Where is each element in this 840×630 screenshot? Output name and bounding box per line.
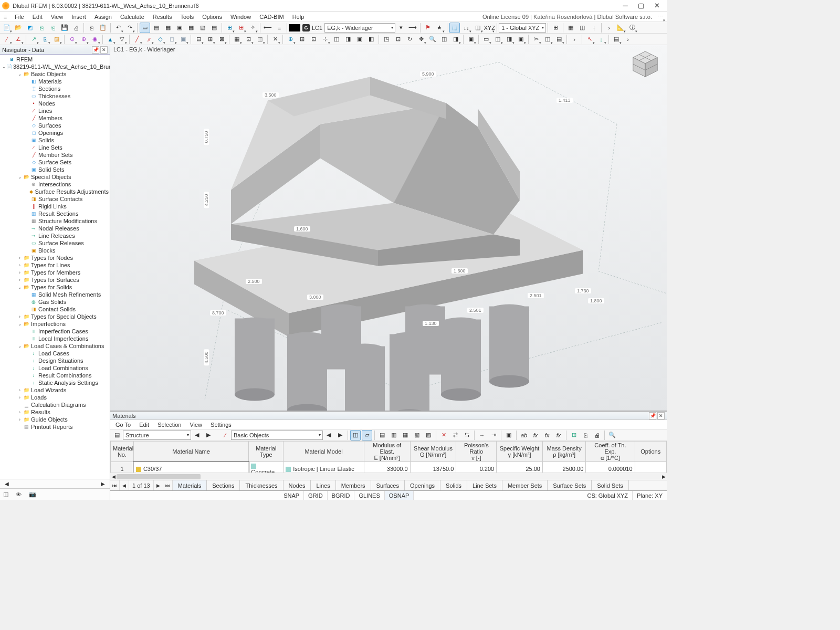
tb-more1[interactable]: › <box>604 23 614 33</box>
materials-pin-button[interactable]: 📌 <box>649 412 656 419</box>
mat-tool-fx1[interactable]: ab <box>519 430 529 440</box>
table-header[interactable]: Modulus of Elast.E [N/mm²] <box>364 442 410 462</box>
menu-results[interactable]: Results <box>149 13 176 21</box>
tree-item[interactable]: ▣Solids <box>0 136 110 144</box>
tb-info[interactable]: ⓘ <box>627 23 637 33</box>
status-grid[interactable]: GRID <box>304 491 328 500</box>
mat-tool-del[interactable]: ✕ <box>438 430 449 440</box>
tb2-report[interactable]: ▤ <box>611 34 622 45</box>
mat-next[interactable]: ▶ <box>203 430 214 440</box>
tree-item[interactable]: ⌄📄38219-611-WL_West_Achse_10_Brunnen.rf6 <box>0 63 110 70</box>
mat-tool-2[interactable]: ▥ <box>388 430 399 440</box>
tb2-member-set[interactable]: ⫽ <box>143 34 154 45</box>
bottom-tab[interactable]: Members <box>336 480 371 490</box>
nav-cube[interactable] <box>630 49 660 80</box>
tb-view-3[interactable]: ▧ <box>197 23 208 33</box>
license-dropdown[interactable]: ⋯ <box>655 12 665 22</box>
tb2-zoom[interactable]: 🔍 <box>427 34 438 45</box>
menu-tools[interactable]: Tools <box>176 13 198 21</box>
tree-item[interactable]: ⫴Imperfection Cases <box>0 328 110 335</box>
nav-footer-btn1[interactable]: ◫ <box>3 491 8 498</box>
mat-prev2[interactable]: ◀ <box>323 430 334 440</box>
tb-open[interactable]: 📂 <box>13 23 24 33</box>
bottom-tab[interactable]: Openings <box>405 480 440 490</box>
mat-tool-fx3[interactable]: fx <box>542 430 552 440</box>
tb2-show-cs[interactable]: ⊕ <box>285 34 296 45</box>
table-row[interactable]: 1C30/37ConcreteIsotropic | Linear Elasti… <box>111 462 667 473</box>
tree-item[interactable]: ╱Member Sets <box>0 151 110 159</box>
menu-view[interactable]: View <box>47 13 68 21</box>
tree-item[interactable]: ›📁Types for Nodes <box>0 254 110 261</box>
tb2-local-cs[interactable]: ↖ <box>584 34 595 45</box>
tb2-release[interactable]: ✕ <box>270 34 280 45</box>
mat-tool-fx2[interactable]: fx <box>530 430 541 440</box>
status-bgrid[interactable]: BGRID <box>328 491 355 500</box>
tb2-sel3[interactable]: ◨ <box>504 34 514 45</box>
table-header[interactable]: Shear ModulusG [N/mm²] <box>410 442 456 462</box>
close-button[interactable]: ✕ <box>649 0 665 12</box>
tree-item[interactable]: ▥Result Sections <box>0 210 110 217</box>
maximize-button[interactable]: ▢ <box>633 0 649 12</box>
tb-cs-combo[interactable]: 1 - Global XYZ <box>499 23 546 33</box>
navigator-close-button[interactable]: ✕ <box>100 46 108 54</box>
tree-item[interactable]: ↓Design Situations <box>0 357 110 364</box>
tree-item[interactable]: ↓Static Analysis Settings <box>0 379 110 386</box>
tb-result-flag[interactable]: ⚑ <box>423 23 433 33</box>
tree-item[interactable]: •Nodes <box>0 100 110 107</box>
mat-menu-edit[interactable]: Edit <box>135 421 153 428</box>
tree-item[interactable]: ◨Surface Contacts <box>0 195 110 203</box>
mat-tool-sel[interactable]: ◫ <box>350 430 361 440</box>
mat-menu-goto[interactable]: Go To <box>111 421 135 428</box>
menu-file[interactable]: File <box>10 13 28 21</box>
tb-undo[interactable]: ↶ <box>113 23 123 33</box>
mat-tool-5[interactable]: ▨ <box>423 430 434 440</box>
status-osnap[interactable]: OSNAP <box>385 491 414 500</box>
tb2-sel2[interactable]: ◫ <box>492 34 503 45</box>
tb2-render[interactable]: ▣ <box>466 34 476 45</box>
bottom-tab[interactable]: Surface Sets <box>548 480 592 490</box>
tb2-zoom-win[interactable]: ◫ <box>439 34 449 45</box>
tb2-grid-toggle[interactable]: ⊞ <box>297 34 307 45</box>
tree-item[interactable]: ╱Members <box>0 114 110 122</box>
materials-scroll-h[interactable]: ◀▶ <box>110 472 667 480</box>
tree-item[interactable]: ‖Rigid Links <box>0 203 110 210</box>
mat-tool-9[interactable]: ⇥ <box>488 430 499 440</box>
mat-tool-edit[interactable]: ▱ <box>362 430 372 440</box>
tb-print[interactable]: 🖨 <box>71 23 81 33</box>
menu-assign[interactable]: Assign <box>90 13 116 21</box>
tb-show-loads[interactable]: ↓↓ <box>461 23 471 33</box>
mat-tool-find[interactable]: 🔍 <box>607 430 617 440</box>
tb-redo[interactable]: ↷ <box>124 23 135 33</box>
scroll-right-icon[interactable]: ▶ <box>98 481 108 487</box>
tree-item[interactable]: ›📁Types for Members <box>0 269 110 276</box>
mat-tool-7[interactable]: ⇆ <box>461 430 472 440</box>
tb2-line[interactable]: ∕ <box>2 34 12 45</box>
tb2-rigid-link[interactable]: ◫ <box>255 34 265 45</box>
mat-basic-icon[interactable]: ∕ <box>220 430 230 440</box>
tab-nav-button[interactable]: ▶ <box>154 480 163 490</box>
tb2-rotate[interactable]: ↻ <box>404 34 415 45</box>
tab-nav-button[interactable]: ⏮ <box>110 480 120 490</box>
tree-item[interactable]: ›📁Loads <box>0 394 110 401</box>
tree-item[interactable]: ›📁Types for Surfaces <box>0 276 110 284</box>
mat-tool-copy[interactable]: ⎘ <box>580 430 591 440</box>
tb-save[interactable]: 💾 <box>59 23 70 33</box>
tree-item[interactable]: ▦Structure Modifications <box>0 217 110 225</box>
tree-item[interactable]: ▭Surface Releases <box>0 239 110 247</box>
menu-cad-bim[interactable]: CAD-BIM <box>255 13 288 21</box>
tree-item[interactable]: ◻Openings <box>0 129 110 136</box>
tb2-more3[interactable]: › <box>623 34 633 45</box>
tb2-load[interactable]: ↓ <box>596 34 606 45</box>
status-snap[interactable]: SNAP <box>279 491 304 500</box>
bottom-tab[interactable]: Thicknesses <box>240 480 283 490</box>
table-header[interactable]: MaterialType <box>249 442 284 462</box>
viewport[interactable]: LC1 - EG,k - Widerlager <box>110 45 667 411</box>
tb-cursor[interactable]: ▭ <box>140 23 150 33</box>
tree-item[interactable]: ›📁Types for Lines <box>0 261 110 269</box>
mat-next2[interactable]: ▶ <box>335 430 345 440</box>
table-header[interactable]: Material Model <box>284 442 364 462</box>
tree-item[interactable]: ▦Solid Mesh Refinements <box>0 291 110 298</box>
tb-export[interactable]: ⎗ <box>48 23 58 33</box>
tab-nav-button[interactable]: ◀ <box>120 480 129 490</box>
status-glines[interactable]: GLINES <box>354 491 384 500</box>
